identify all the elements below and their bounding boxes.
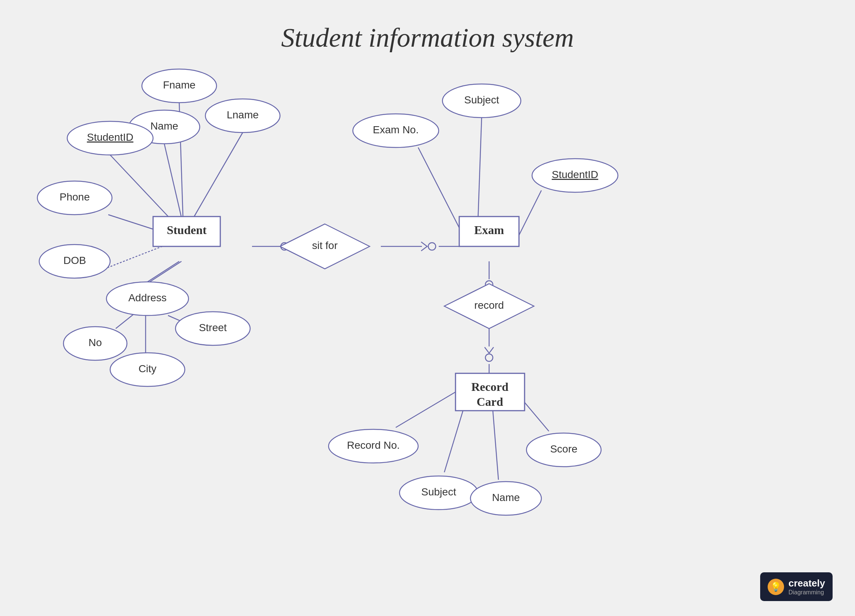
fname-label: Fname: [163, 79, 195, 91]
name2-label: Name: [492, 492, 520, 503]
svg-line-7: [147, 261, 179, 282]
diagram-canvas: Student Exam Record Card sit for record …: [0, 0, 855, 616]
score-label: Score: [550, 443, 577, 455]
svg-line-3: [194, 133, 243, 216]
recordno-label: Record No.: [347, 440, 400, 451]
creately-brand: creately Diagramming: [789, 578, 825, 596]
svg-line-21: [519, 190, 541, 235]
subject1-label: Subject: [464, 94, 499, 106]
address-label: Address: [129, 292, 167, 303]
record-card-label2: Card: [477, 395, 503, 408]
student-label: Student: [167, 223, 207, 237]
svg-point-17: [428, 243, 436, 250]
svg-line-4: [110, 155, 172, 220]
street-label: Street: [199, 322, 227, 333]
svg-line-2: [164, 144, 183, 224]
svg-line-19: [418, 147, 459, 228]
subject2-label: Subject: [421, 486, 456, 498]
exam-label: Exam: [474, 223, 504, 237]
svg-point-26: [486, 354, 493, 362]
svg-line-8: [150, 261, 181, 282]
svg-line-29: [444, 411, 463, 472]
examno-label: Exam No.: [373, 124, 419, 135]
svg-line-11: [116, 314, 135, 328]
creately-brand-sub: Diagramming: [789, 589, 825, 596]
record-label: record: [474, 299, 504, 311]
dob-label: DOB: [63, 254, 86, 266]
name-label: Name: [150, 120, 178, 132]
svg-line-30: [493, 411, 498, 480]
city-label: City: [138, 363, 156, 374]
no-label: No: [89, 337, 102, 348]
sit-for-label: sit for: [312, 240, 337, 251]
svg-line-28: [396, 392, 455, 428]
lname-label: Lname: [227, 109, 259, 121]
creately-icon: 💡: [768, 579, 784, 595]
creately-badge: 💡 creately Diagramming: [760, 572, 833, 601]
svg-line-20: [478, 118, 482, 222]
creately-brand-name: creately: [789, 578, 825, 589]
studentid2-label: StudentID: [552, 169, 599, 180]
phone-label: Phone: [60, 191, 90, 203]
studentid-label: StudentID: [87, 132, 134, 143]
record-card-label: Record: [471, 380, 509, 394]
